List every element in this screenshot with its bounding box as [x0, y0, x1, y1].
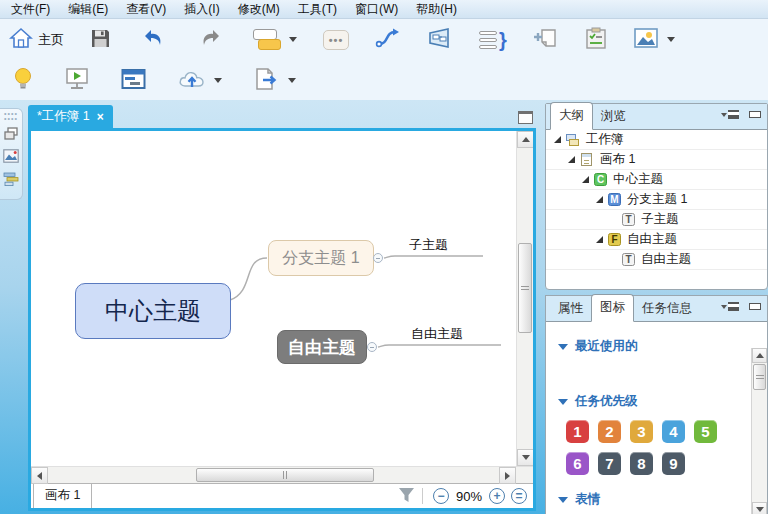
markers-panel-scrollbar[interactable] [751, 348, 767, 514]
menu-file[interactable]: 文件(F) [2, 0, 59, 19]
notes-button[interactable]: ••• [318, 27, 354, 53]
tab-properties[interactable]: 属性 [550, 296, 591, 322]
menu-insert[interactable]: 插入(I) [175, 0, 228, 19]
scroll-right-icon[interactable] [499, 467, 516, 484]
section-priority[interactable]: 任务优先级 [558, 393, 767, 410]
menu-view[interactable]: 查看(V) [117, 0, 175, 19]
expand-arrow-icon[interactable] [554, 136, 561, 143]
insert-image-button[interactable] [628, 24, 680, 55]
summary-button[interactable]: } [474, 28, 512, 52]
undo-button[interactable] [138, 25, 171, 54]
expand-arrow-icon[interactable] [568, 156, 575, 163]
menu-tools[interactable]: 工具(T) [289, 0, 346, 19]
filter-icon[interactable] [398, 487, 415, 506]
markers-scroll-thumb[interactable] [753, 364, 766, 390]
idea-button[interactable] [8, 64, 38, 97]
subtopic-label[interactable]: 子主题 [409, 236, 448, 254]
zoom-reset-button[interactable]: = [511, 488, 527, 504]
floating-topic[interactable]: 自由主题 [277, 330, 367, 364]
expand-arrow-icon[interactable] [596, 196, 603, 203]
tab-outline[interactable]: 大纲 [550, 102, 593, 130]
export-button[interactable] [249, 64, 301, 97]
chevron-down-icon[interactable] [667, 37, 675, 42]
tree-row-branch-topic[interactable]: M 分支主题 1 [546, 190, 767, 210]
horizontal-scroll-thumb[interactable] [196, 468, 374, 482]
priority-3-marker[interactable]: 3 [630, 420, 653, 443]
view-menu-icon[interactable] [721, 302, 739, 311]
tab-task-info[interactable]: 任务信息 [634, 296, 700, 322]
redo-button[interactable] [193, 25, 226, 54]
priority-6-marker[interactable]: 6 [566, 452, 589, 475]
task-button[interactable] [580, 24, 612, 56]
section-recent[interactable]: 最近使用的 [558, 338, 767, 355]
scroll-down-icon[interactable] [752, 502, 767, 514]
scroll-down-icon[interactable] [517, 449, 533, 466]
section-emotion[interactable]: 表情 [558, 491, 767, 508]
legend-icon[interactable] [3, 172, 20, 190]
collapse-handle-icon[interactable] [367, 342, 377, 352]
clone-view-icon[interactable] [4, 127, 18, 143]
collapse-handle-icon[interactable] [373, 253, 383, 263]
zoom-in-button[interactable]: + [489, 488, 505, 504]
canvas-horizontal-scrollbar[interactable] [31, 466, 533, 483]
priority-2-marker[interactable]: 2 [598, 420, 621, 443]
chevron-down-icon[interactable] [288, 78, 296, 83]
priority-4-marker[interactable]: 4 [662, 420, 685, 443]
scroll-up-icon[interactable] [752, 348, 767, 363]
tab-browse[interactable]: 浏览 [593, 104, 634, 130]
menu-window[interactable]: 窗口(W) [346, 0, 407, 19]
insert-topic-button[interactable] [248, 25, 302, 55]
tree-row-sheet[interactable]: 画布 1 [546, 150, 767, 170]
mindmap-canvas[interactable]: 中心主题 分支主题 1 子主题 自由主题 自由主题 [31, 131, 533, 466]
vertical-scroll-thumb[interactable] [518, 243, 532, 333]
minimize-panel-icon[interactable] [749, 303, 761, 310]
new-sheet-button[interactable] [528, 24, 564, 55]
priority-9-marker[interactable]: 9 [662, 452, 685, 475]
palette-grip[interactable]: •••••••• [4, 111, 18, 121]
expand-arrow-icon[interactable] [582, 176, 589, 183]
tree-row-central-topic[interactable]: C 中心主题 [546, 170, 767, 190]
priority-8-marker[interactable]: 8 [630, 452, 653, 475]
relationship-button[interactable] [370, 24, 406, 55]
scroll-left-icon[interactable] [31, 467, 48, 484]
zoom-out-button[interactable]: − [433, 488, 449, 504]
canvas-vertical-scrollbar[interactable] [516, 131, 533, 466]
menu-edit[interactable]: 编辑(E) [59, 0, 117, 19]
home-button[interactable]: 主页 [4, 24, 69, 55]
section-collapse-icon[interactable] [558, 344, 568, 350]
chevron-down-icon[interactable] [214, 78, 222, 83]
tab-markers[interactable]: 图标 [591, 294, 634, 322]
document-tab-workbook[interactable]: *工作簿 1 × [28, 105, 113, 128]
minimize-panel-icon[interactable] [749, 111, 761, 118]
maximize-editor-icon[interactable] [518, 111, 533, 124]
priority-7-marker[interactable]: 7 [598, 452, 621, 475]
tree-row-floating-topic[interactable]: F 自由主题 [546, 230, 767, 250]
insert-image-icon[interactable] [3, 149, 19, 166]
presentation-button[interactable] [60, 64, 94, 96]
branch-topic-1[interactable]: 分支主题 1 [268, 240, 374, 276]
central-topic[interactable]: 中心主题 [75, 283, 231, 339]
section-title: 表情 [575, 491, 600, 508]
section-collapse-icon[interactable] [558, 497, 568, 503]
tree-row-workbook[interactable]: 工作簿 [546, 130, 767, 150]
expand-arrow-icon[interactable] [596, 236, 603, 243]
task-checklist-icon [585, 27, 607, 53]
sheet-tab-canvas-1[interactable]: 画布 1 [33, 483, 92, 508]
menu-modify[interactable]: 修改(M) [229, 0, 289, 19]
floating-subtopic-label[interactable]: 自由主题 [411, 325, 463, 343]
view-menu-icon[interactable] [721, 110, 739, 119]
tree-row-floating-subtopic[interactable]: T 自由主题 [546, 250, 767, 270]
tree-row-subtopic[interactable]: T 子主题 [546, 210, 767, 230]
section-collapse-icon[interactable] [558, 399, 568, 405]
scroll-up-icon[interactable] [517, 131, 533, 148]
menu-help[interactable]: 帮助(H) [407, 0, 466, 19]
cloud-upload-button[interactable] [173, 65, 227, 96]
priority-5-marker[interactable]: 5 [694, 420, 717, 443]
menu-bar: 文件(F) 编辑(E) 查看(V) 插入(I) 修改(M) 工具(T) 窗口(W… [0, 0, 768, 19]
close-icon[interactable]: × [97, 110, 104, 124]
chevron-down-icon[interactable] [289, 37, 297, 42]
boundary-button[interactable] [422, 24, 458, 55]
gantt-button[interactable] [116, 65, 151, 96]
save-button[interactable] [85, 25, 116, 55]
priority-1-marker[interactable]: 1 [566, 420, 589, 443]
